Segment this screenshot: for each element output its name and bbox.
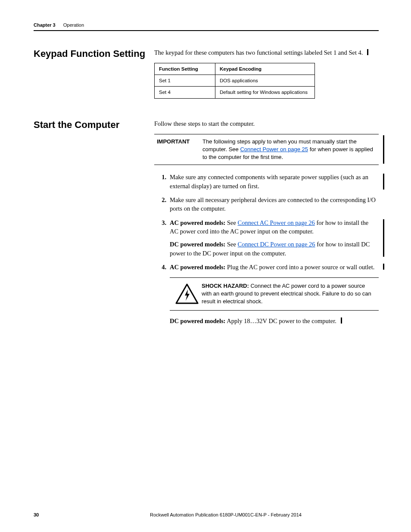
step-4-dc: DC powered models: Apply 18…32V DC power…: [170, 317, 379, 325]
link-connect-power[interactable]: Connect Power on page 25: [240, 146, 308, 152]
step-4: AC powered models: Plug the AC power cor…: [154, 263, 379, 325]
table-row: Set 4 Default setting for Windows applic…: [155, 87, 315, 98]
important-text: The following steps apply to when you mu…: [202, 138, 379, 162]
keypad-intro: The keypad for these computers has two f…: [154, 48, 379, 57]
important-callout: IMPORTANT The following steps apply to w…: [154, 134, 379, 165]
table-row: Set 1 DOS applications: [155, 75, 315, 87]
page-number: 30: [34, 512, 150, 517]
heading-start: Start the Computer: [34, 119, 154, 131]
section-start-computer: Start the Computer Follow these steps to…: [34, 119, 379, 330]
step-3: AC powered models: See Connect AC Power …: [154, 218, 379, 258]
chapter-title: Operation: [63, 22, 84, 28]
chapter-number: Chapter 3: [34, 22, 56, 28]
section-keypad: Keypad Function Setting The keypad for t…: [34, 48, 379, 99]
shock-hazard-text: SHOCK HAZARD: Connect the AC power cord …: [202, 282, 376, 306]
start-intro: Follow these steps to start the computer…: [154, 119, 379, 128]
step-1: Make sure any connected components with …: [154, 173, 379, 190]
shock-hazard-icon: [172, 283, 202, 304]
shock-hazard-callout: SHOCK HAZARD: Connect the AC power cord …: [170, 277, 379, 311]
start-steps: Make sure any connected components with …: [154, 173, 379, 325]
link-ac-power[interactable]: Connect AC Power on page 26: [238, 219, 315, 226]
link-dc-power[interactable]: Connect DC Power on page 26: [238, 241, 315, 248]
function-setting-table: Function Setting Keypad Encoding Set 1 D…: [154, 63, 315, 98]
running-header: Chapter 3 Operation: [34, 22, 379, 31]
th-keypad-encoding: Keypad Encoding: [215, 63, 315, 75]
th-function-setting: Function Setting: [155, 63, 215, 75]
page-footer: 30 Rockwell Automation Publication 6180P…: [34, 512, 379, 517]
step-2: Make sure all necessary peripheral devic…: [154, 196, 379, 213]
heading-keypad: Keypad Function Setting: [34, 48, 154, 59]
publication-info: Rockwell Automation Publication 6180P-UM…: [150, 512, 379, 517]
important-label: IMPORTANT: [154, 138, 202, 162]
